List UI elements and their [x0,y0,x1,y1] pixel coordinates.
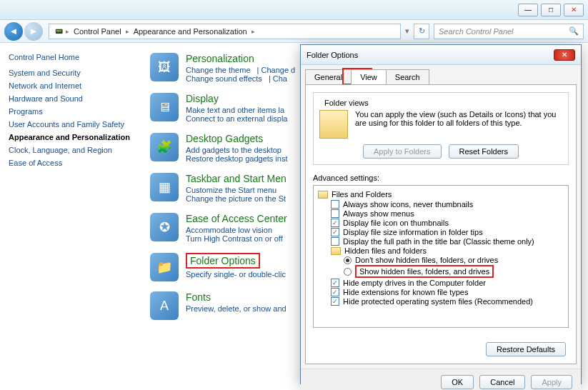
close-button[interactable]: ✕ [564,4,584,16]
checkbox[interactable] [331,209,339,218]
sidebar-item-clock[interactable]: Clock, Language, and Region [9,146,134,154]
tab-search[interactable]: Search [386,69,429,84]
ok-button[interactable]: OK [441,375,474,389]
breadcrumb-control-panel[interactable]: Control Panel [71,27,124,36]
chevron-icon: 📟 [54,28,64,35]
chevron-right-icon: ▸ [64,28,71,35]
checkbox[interactable]: ✓ [331,228,339,236]
sidebar-item-hardware[interactable]: Hardware and Sound [9,94,134,103]
tab-panel-view: Folder views You can apply the view (suc… [305,84,577,364]
search-input[interactable]: Search Control Panel 🔍 [434,24,584,39]
control-panel-home-link[interactable]: Control Panel Home [9,53,134,61]
folder-icon [331,247,341,255]
ease-of-access-link[interactable]: Ease of Access Center [186,213,287,224]
address-bar[interactable]: 📟 ▸ Control Panel ▸ Appearance and Perso… [49,24,401,39]
checkbox[interactable] [331,200,339,209]
personalization-link[interactable]: Personalization [186,53,299,64]
sub-link[interactable]: Restore desktop gadgets inst [186,154,287,163]
fonts-link[interactable]: Fonts [186,291,291,303]
search-placeholder: Search Control Panel [439,27,514,36]
ease-of-access-icon: ✪ [150,213,179,241]
radio-label-highlighted: Show hidden files, folders, and drives [355,265,494,278]
forward-button[interactable]: ► [24,22,43,41]
change-sound-link[interactable]: Change sound effects [186,74,262,83]
advanced-settings-label: Advanced settings: [313,174,569,182]
sidebar-item-appearance[interactable]: Appearance and Personalization [9,133,134,141]
checkbox[interactable]: ✓ [331,297,339,306]
minimize-button[interactable]: — [518,4,538,16]
dialog-title: Folder Options [307,51,358,59]
dialog-titlebar: Folder Options ✕ [301,45,581,65]
refresh-button[interactable]: ↻ [414,24,429,39]
sub-link[interactable]: Connect to an external displa [186,114,287,123]
tab-view[interactable]: View [351,69,387,84]
checkbox[interactable] [331,237,339,246]
checkbox[interactable]: ✓ [331,288,339,296]
sidebar-item-user-accounts[interactable]: User Accounts and Family Safety [9,120,134,129]
navigation-bar: ◄ ► 📟 ▸ Control Panel ▸ Appearance and P… [0,20,588,43]
sidebar-item-ease-of-access[interactable]: Ease of Access [9,159,134,167]
tree-item-label: Always show menus [343,209,414,218]
sidebar-item-system[interactable]: System and Security [9,69,134,77]
display-icon: 🖥 [150,93,179,121]
chevron-right-icon: ▸ [250,28,256,35]
folder-views-group: Folder views You can apply the view (suc… [313,92,569,165]
sub-link[interactable]: Customize the Start menu [186,186,276,194]
folder-icon [318,191,328,199]
window-titlebar: — □ ✕ [0,0,588,20]
sub-link[interactable]: Specify single- or double-clic [186,270,286,279]
sub-link[interactable]: Turn High Contrast on or off [186,234,283,243]
tree-item-label: Display file size information in folder … [343,228,483,236]
dialog-close-button[interactable]: ✕ [554,49,575,61]
cancel-button[interactable]: Cancel [479,375,525,389]
tree-item-label: Display the full path in the title bar (… [343,237,534,246]
checkbox[interactable]: ✓ [331,279,339,287]
tree-item-label: Always show icons, never thumbnails [343,200,473,209]
apply-to-folders-button[interactable]: Apply to Folders [363,144,441,159]
sidebar-item-programs[interactable]: Programs [9,107,134,116]
folder-views-text: You can apply the view (such as Details … [355,110,562,139]
desktop-gadgets-link[interactable]: Desktop Gadgets [186,133,291,144]
change-theme-link[interactable]: Change the theme [186,66,251,74]
apply-button[interactable]: Apply [531,375,572,389]
breadcrumb-appearance[interactable]: Appearance and Personalization [131,27,250,36]
sub-link[interactable]: Cha [273,74,287,83]
folder-options-dialog: Folder Options ✕ General View Search Fol… [300,44,582,384]
folder-views-label: Folder views [322,99,371,107]
sub-link[interactable]: Preview, delete, or show and [186,304,286,313]
sub-link[interactable]: Add gadgets to the desktop [186,146,281,154]
radio-dont-show-hidden[interactable] [344,256,352,264]
search-icon: 🔍 [569,26,579,36]
advanced-settings-tree[interactable]: Files and Folders Always show icons, nev… [313,185,569,328]
tree-item-label: Hide protected operating system files (R… [343,297,533,306]
sub-link[interactable]: Change d [261,66,296,74]
chevron-right-icon: ▸ [124,28,131,35]
tree-item-label: Display file icon on thumbnails [343,219,449,227]
gadgets-icon: 🧩 [150,133,179,161]
tree-item-label: Hide empty drives in the Computer folder [343,279,486,287]
radio-show-hidden[interactable] [344,268,352,276]
sub-link[interactable]: Change the picture on the St [186,194,286,203]
restore-defaults-button[interactable]: Restore Defaults [486,342,566,356]
taskbar-icon: ▦ [150,173,179,201]
maximize-button[interactable]: □ [541,4,561,16]
display-link[interactable]: Display [186,93,291,104]
radio-label: Don't show hidden files, folders, or dri… [355,256,498,264]
folder-views-icon [319,110,348,139]
reset-folders-button[interactable]: Reset Folders [449,144,519,159]
back-button[interactable]: ◄ [4,22,23,41]
checkbox[interactable]: ✓ [331,219,339,227]
fonts-icon: A [150,291,179,320]
sidebar: Control Panel Home System and Security N… [0,43,143,390]
sub-link[interactable]: Accommodate low vision [186,226,272,234]
taskbar-link[interactable]: Taskbar and Start Men [186,173,290,184]
tree-item-label: Hide extensions for known file types [343,288,468,296]
sub-link[interactable]: Make text and other items la [186,106,284,114]
sidebar-item-network[interactable]: Network and Internet [9,81,134,90]
folder-options-icon: 📁 [150,253,179,281]
folder-options-link[interactable]: Folder Options [186,253,260,269]
personalization-icon: 🖼 [150,53,179,81]
tree-root-label: Files and Folders [332,190,392,199]
hidden-group-label: Hidden files and folders [344,246,427,255]
